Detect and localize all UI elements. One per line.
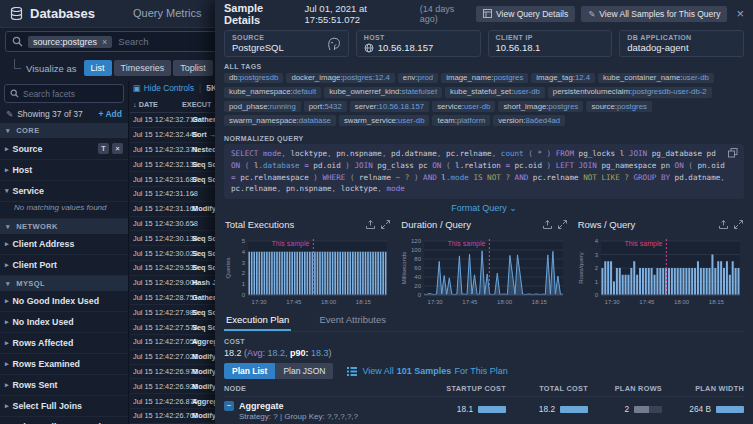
sample-row[interactable]: Jul 15 12:42:30.134Seq Sca (130, 231, 215, 246)
facet-item-source[interactable]: ▸SourceT× (0, 138, 128, 160)
tag-docker_image[interactable]: docker_image:postgres:12.4 (286, 73, 394, 84)
sample-row[interactable]: Jul 15 12:42:32.371Nested (130, 143, 215, 158)
sample-row[interactable]: Jul 15 12:42:27.021Modify (130, 350, 215, 365)
sample-row[interactable]: Jul 15 12:42:27.574Seq Sca (130, 320, 215, 335)
sample-row[interactable]: Jul 15 12:42:32.133Seq Sca (130, 157, 215, 172)
tag-server[interactable]: server:10.56.18.157 (350, 101, 429, 112)
sql-token: pc.relname (528, 173, 583, 182)
plan-json-button[interactable]: Plan JSON (275, 363, 333, 379)
column-date[interactable]: DATE (139, 100, 158, 109)
clear-facet-icon[interactable]: × (112, 143, 123, 154)
facet-search-box[interactable] (4, 84, 124, 103)
tab-execution-plan[interactable]: Execution Plan (224, 310, 291, 331)
tag-image_tag[interactable]: image_tag:12.4 (531, 73, 595, 84)
sample-row[interactable]: Jul 15 12:42:30.023Seq Sca (130, 246, 215, 261)
tag-kube_stateful_set[interactable]: kube_stateful_set:user-db (445, 87, 545, 98)
facet-item-no-index-used[interactable]: ▸No Index Used (0, 312, 128, 333)
sample-row[interactable]: Jul 15 12:42:32.718Gather (130, 113, 215, 128)
expand-icon[interactable] (381, 220, 390, 229)
tag-team[interactable]: team:platform (432, 115, 490, 126)
metric-bar (716, 406, 744, 413)
sample-row[interactable]: Jul 15 12:42:31.162Modify (130, 202, 215, 217)
facet-toggle-t[interactable]: T (98, 143, 109, 154)
visualize-option-timeseries[interactable]: Timeseries (114, 60, 172, 76)
facet-item-rows-examined[interactable]: ▸Rows Examined (0, 354, 128, 375)
facet-item-service[interactable]: ▾Service (0, 181, 128, 202)
sql-token: WHERE (322, 173, 345, 182)
facet-item-host[interactable]: ▸Host (0, 160, 128, 181)
sample-operation: Seq Sca (192, 249, 215, 258)
tag-short_image[interactable]: short_image:postgres (498, 101, 583, 112)
facet-item-client-address[interactable]: ▸Client Address (0, 234, 128, 255)
sample-row[interactable]: Jul 15 12:42:29.006Hash Jo (130, 276, 215, 291)
sample-row[interactable]: Jul 15 12:42:26.870Aggreg (130, 394, 215, 409)
add-facet-button[interactable]: + Add (98, 109, 122, 119)
sample-row[interactable]: Jul 15 12:42:32.449Sort → (130, 128, 215, 143)
tag-kube_namespace[interactable]: kube_namespace:default (224, 87, 321, 98)
tab-query-metrics[interactable]: Query Metrics (133, 0, 201, 28)
plan-list-button[interactable]: Plan List (224, 363, 275, 379)
sample-row[interactable]: Jul 15 12:42:27.989Seq Sca (130, 305, 215, 320)
view-query-details-button[interactable]: View Query Details (476, 6, 575, 22)
svg-text:0: 0 (594, 292, 598, 298)
tag-port[interactable]: port:5432 (304, 101, 347, 112)
visualize-option-toplist[interactable]: Toplist (173, 60, 213, 76)
sample-row[interactable]: Jul 15 12:42:31.687Seq Sca (130, 172, 215, 187)
sample-row[interactable]: Jul 15 12:42:26.763Modify (130, 409, 215, 424)
facet-item-select-full-joins[interactable]: ▸Select Full Joins (0, 396, 128, 417)
sql-token: FROM (556, 149, 574, 158)
metric-bar (560, 406, 588, 413)
card-value: 10.56.18.1 (496, 42, 605, 53)
filter-chip-source-postgres[interactable]: source:postgres × (28, 36, 112, 48)
sample-row[interactable]: Jul 15 12:42:29.539Seq Sca (130, 261, 215, 276)
view-all-samples-link[interactable]: View All101 SamplesFor This Plan (347, 366, 507, 376)
facet-item-client-port[interactable]: ▸Client Port (0, 255, 128, 276)
tag-persistentvolumeclaim[interactable]: persistentvolumeclaim:postgresdb-user-db… (548, 87, 712, 98)
sample-row[interactable]: Jul 15 12:42:28.751Gather (130, 291, 215, 306)
sql-token: ( (684, 161, 698, 170)
tag-version[interactable]: version:8a6ed4ad (493, 115, 565, 126)
sample-row[interactable]: Jul 15 12:42:27.059Aggreg (130, 335, 215, 350)
facet-group-network[interactable]: ▾ NETWORK (0, 219, 128, 234)
tag-kube_container_name[interactable]: kube_container_name:user-db (598, 73, 714, 84)
tag-pod_phase[interactable]: pod_phase:running (224, 101, 301, 112)
facet-group-mysql[interactable]: ▾ MYSQL (0, 276, 128, 291)
tag-env[interactable]: env:prod (398, 73, 438, 84)
hide-controls-link[interactable]: Hide Controls (144, 83, 194, 93)
sample-row[interactable]: Jul 15 12:42:26.926Modify (130, 379, 215, 394)
format-query-link[interactable]: Format Query ⌄ (224, 199, 744, 215)
card-label: DB APPLICATION (627, 34, 736, 41)
facet-item-rows-affected[interactable]: ▸Rows Affected (0, 333, 128, 354)
export-icon[interactable] (543, 220, 552, 229)
facet-item-select-full-range-joins[interactable]: ▸Select Full Range Joins (0, 417, 128, 424)
sql-token: l.relation (455, 161, 501, 170)
export-icon[interactable] (719, 220, 728, 229)
facet-search-input[interactable] (23, 89, 118, 99)
expand-icon[interactable] (558, 220, 567, 229)
tag-swarm_namespace[interactable]: swarm_namespace:database (224, 115, 336, 126)
collapse-node-icon[interactable]: − (224, 401, 234, 411)
tag-db[interactable]: db:postgresdb (224, 73, 283, 84)
column-execution[interactable]: EXECUT (182, 100, 212, 109)
close-icon[interactable]: × (736, 6, 744, 21)
export-icon[interactable] (366, 220, 375, 229)
view-all-samples-button[interactable]: ✎ View All Samples for This Query (581, 6, 727, 22)
sample-row[interactable]: Jul 15 12:42:31.168- (130, 187, 215, 202)
expand-icon[interactable] (734, 220, 743, 229)
tag-swarm_service[interactable]: swarm_service:user-db (339, 115, 430, 126)
tab-event-attributes[interactable]: Event Attributes (317, 310, 388, 331)
tag-source[interactable]: source:postgres (586, 101, 651, 112)
svg-text:2: 2 (242, 271, 246, 277)
tag-service[interactable]: service:user-db (432, 101, 495, 112)
sample-row[interactable]: Jul 15 12:42:30.658- (130, 217, 215, 232)
tag-image_name[interactable]: image_name:postgres (441, 73, 528, 84)
sample-row[interactable]: Jul 15 12:42:26.973Modify (130, 365, 215, 380)
facet-item-rows-sent[interactable]: ▸Rows Sent (0, 375, 128, 396)
remove-filter-icon[interactable]: × (102, 37, 107, 47)
facet-group-core[interactable]: ▾ CORE (0, 123, 128, 138)
tag-kube_ownerref_kind[interactable]: kube_ownerref_kind:statefulset (324, 87, 442, 98)
visualize-option-list[interactable]: List (84, 60, 112, 76)
card-value: 10.56.18.157 (364, 42, 473, 53)
facet-item-no-good-index-used[interactable]: ▸No Good Index Used (0, 291, 128, 312)
copy-icon[interactable] (728, 148, 738, 158)
